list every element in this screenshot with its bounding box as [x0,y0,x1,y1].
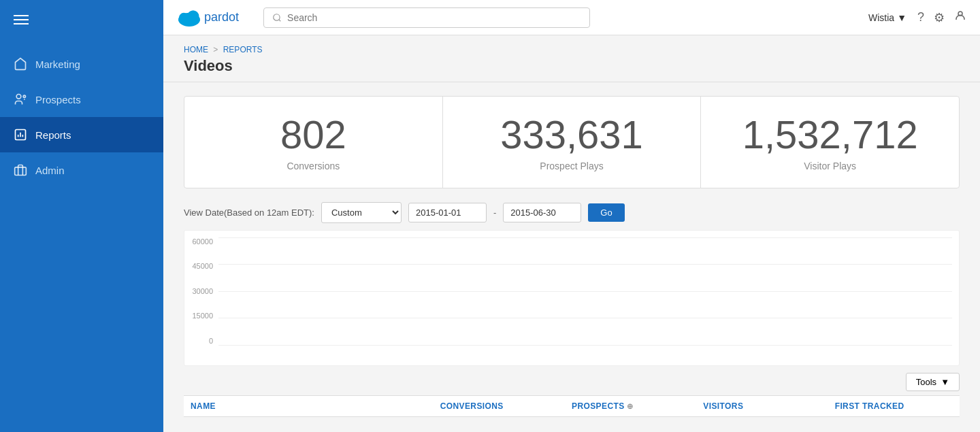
search-bar[interactable] [263,7,590,28]
sidebar: Marketing Prospects Reports Admin [0,0,163,432]
sidebar-item-prospects-label: Prospects [35,94,81,105]
prospects-icon [14,93,27,106]
y-label-30000: 30000 [192,287,213,295]
col-prospects[interactable]: PROSPECTS ⊕ [565,401,696,411]
chart-y-labels: 60000 45000 30000 15000 0 [184,237,217,345]
svg-rect-3 [15,167,27,176]
sidebar-item-reports-label: Reports [35,129,71,141]
col-first-tracked[interactable]: FIRST TRACKED [828,401,960,411]
topbar-right: Wistia ▼ ? ⚙ [868,10,966,25]
stat-label-prospect-plays: Prospect Plays [540,161,603,171]
svg-point-1 [23,95,25,97]
tools-row: Tools ▼ [184,373,960,391]
stat-label-conversions: Conversions [287,161,340,171]
svg-point-7 [178,14,200,24]
stat-number-visitor-plays: 1,532,712 [742,113,918,156]
svg-point-8 [274,14,280,20]
page-header: HOME > REPORTS Videos [163,35,980,82]
org-dropdown-icon: ▼ [897,12,906,23]
hamburger-menu[interactable] [0,0,163,39]
y-label-45000: 45000 [192,262,213,270]
org-selector[interactable]: Wistia ▼ [868,12,906,23]
tools-dropdown-icon: ▼ [941,377,949,387]
y-label-60000: 60000 [192,237,213,246]
reports-icon [14,128,27,142]
date-range-select[interactable]: Custom Last 7 Days Last 30 Days Last 90 … [321,202,402,223]
search-icon [272,13,282,22]
col-name[interactable]: NAME [184,401,434,411]
bars-container [218,237,952,345]
sidebar-item-marketing-label: Marketing [35,59,80,70]
table-header-row: NAME CONVERSIONS PROSPECTS ⊕ VISITORS FI… [184,395,960,417]
salesforce-logo [177,8,201,27]
go-button[interactable]: Go [588,203,624,222]
user-icon[interactable] [954,10,966,25]
date-from-input[interactable] [408,203,487,222]
stat-label-visitor-plays: Visitor Plays [804,161,856,171]
tools-button[interactable]: Tools ▼ [906,373,960,391]
date-separator: - [493,207,496,218]
page-title: Videos [184,57,960,75]
sidebar-item-reports[interactable]: Reports [0,117,163,152]
settings-icon[interactable]: ⚙ [934,10,945,25]
breadcrumb: HOME > REPORTS [184,45,960,54]
date-to-input[interactable] [503,203,581,222]
stat-number-conversions: 802 [280,113,346,156]
svg-line-9 [279,19,281,21]
stat-card-conversions: 802 Conversions [184,96,443,188]
sidebar-nav: Marketing Prospects Reports Admin [0,46,163,188]
org-name: Wistia [868,12,894,23]
col-conversions[interactable]: CONVERSIONS [434,401,565,411]
col-visitors[interactable]: VISITORS [696,401,828,411]
date-filter: View Date(Based on 12am EDT): Custom Las… [163,202,980,223]
breadcrumb-separator: > [213,45,218,54]
marketing-icon [14,57,27,71]
search-input[interactable] [287,12,581,23]
sidebar-item-admin-label: Admin [35,165,65,176]
svg-point-0 [16,95,21,99]
admin-icon [14,163,27,177]
stat-card-prospect-plays: 333,631 Prospect Plays [442,96,702,188]
breadcrumb-home[interactable]: HOME [184,45,208,54]
chart-area: 60000 45000 30000 15000 0 [184,230,960,366]
stats-row: 802 Conversions 333,631 Prospect Plays 1… [184,96,960,188]
logo-text: pardot [204,10,239,24]
stat-number-prospect-plays: 333,631 [500,113,643,156]
topbar: pardot Wistia ▼ ? ⚙ [163,0,980,35]
table-section: Tools ▼ NAME CONVERSIONS PROSPECTS ⊕ VIS… [163,373,980,417]
stat-card-visitor-plays: 1,532,712 Visitor Plays [700,96,960,188]
y-label-0: 0 [209,337,213,345]
prospects-sort-icon: ⊕ [627,402,633,410]
date-filter-label: View Date(Based on 12am EDT): [184,207,314,218]
sidebar-item-marketing[interactable]: Marketing [0,46,163,82]
y-label-15000: 15000 [192,312,213,320]
help-icon[interactable]: ? [917,10,924,24]
tools-label: Tools [916,377,936,387]
logo: pardot [177,8,239,27]
sidebar-item-admin[interactable]: Admin [0,152,163,188]
breadcrumb-reports[interactable]: REPORTS [223,45,263,54]
main-area: pardot Wistia ▼ ? ⚙ HOME > [163,0,980,432]
sidebar-item-prospects[interactable]: Prospects [0,82,163,117]
content: HOME > REPORTS Videos 802 Conversions 33… [163,35,980,432]
topbar-icons: ? ⚙ [917,10,966,25]
